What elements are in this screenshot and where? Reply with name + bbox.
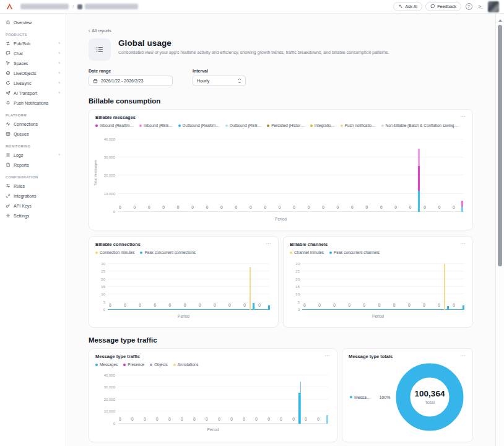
y-tick-label: 0 (89, 308, 105, 312)
sidebar-item-label: Pub/Sub (14, 42, 30, 46)
ask-ai-button[interactable]: Ask AI (393, 2, 422, 11)
y-tick-label: 20 (284, 278, 300, 281)
billable-messages-plot: 010,00020,00030,00040,000Total messages0… (118, 134, 464, 212)
user-avatar[interactable] (488, 1, 499, 12)
sidebar-item-label: Queues (14, 132, 29, 136)
bell-icon (6, 100, 11, 105)
calendar-icon (93, 79, 98, 84)
card-menu-button[interactable]: ⋯ (324, 354, 331, 357)
y-tick-label: 15 (89, 285, 105, 289)
ably-logo-icon[interactable] (5, 2, 14, 11)
legend-item[interactable]: Persisted (Histor… (267, 123, 305, 128)
sidebar-item-pubsub[interactable]: Pub/Sub › (0, 38, 66, 48)
feedback-button[interactable]: Feedback (425, 2, 461, 11)
legend-item[interactable]: Channel minutes (290, 250, 324, 255)
chevron-right-icon: › (58, 51, 60, 56)
interval-value: Hourly (197, 79, 209, 83)
legend-item[interactable]: Outbound (RES… (225, 123, 262, 128)
scrollbar-thumb[interactable] (498, 25, 502, 266)
legend-item[interactable]: Non-billable (Batch & Conflation saving… (381, 123, 458, 128)
y-tick-label: 10 (284, 292, 300, 296)
legend-item[interactable]: Peak concurrent connections (140, 250, 195, 255)
terminal-button[interactable]: >_ (476, 2, 485, 11)
card-title: Billable connections (95, 242, 141, 247)
gridline (108, 279, 269, 279)
legend-item[interactable]: Objects (150, 362, 168, 367)
sidebar-item-queues[interactable]: Queues (0, 129, 66, 139)
legend-item[interactable]: Integratio… (310, 123, 335, 128)
card-menu-button[interactable]: ⋯ (460, 354, 466, 357)
legend-item[interactable]: Inbound (Realtim… (95, 123, 134, 128)
card-menu-button[interactable]: ⋯ (460, 242, 466, 245)
redacted-app-name[interactable] (85, 4, 138, 9)
sidebar-item-ai-transport[interactable]: AI Transport › (0, 88, 66, 98)
sidebar-section-platform: PLATFORM (0, 108, 66, 119)
sidebar-item-integrations[interactable]: Integrations (0, 191, 66, 201)
billable-connections-plot: 05101520253000000000000 (108, 260, 269, 310)
x-axis-label: Period (95, 314, 272, 318)
legend-item[interactable]: Connection minutes (95, 250, 134, 255)
sidebar-item-label: Spaces (14, 61, 28, 66)
legend-item[interactable]: Presence (123, 362, 144, 367)
section-message-type-traffic: Message type traffic (89, 336, 473, 344)
zero-value-labels: 00000000000000000 (119, 417, 319, 421)
card-title: Message type totals (349, 354, 393, 359)
legend-dot (341, 125, 343, 127)
y-tick-label: 5 (89, 300, 105, 304)
y-tick-label: 30,000 (99, 385, 115, 389)
sidebar-item-rules[interactable]: Rules (0, 181, 66, 191)
chevron-right-icon: › (58, 81, 60, 85)
card-menu-button[interactable]: ⋯ (266, 242, 272, 245)
legend-item[interactable]: Inbound (RES… (139, 123, 173, 128)
sidebar-item-api-keys[interactable]: API Keys (0, 201, 66, 211)
all-reports-back-link[interactable]: ‹ All reports (89, 28, 111, 33)
sidebar-item-connections[interactable]: Connections (0, 119, 66, 129)
sidebar-item-label: Rules (14, 184, 25, 188)
sidebar-item-overview[interactable]: Overview (0, 17, 66, 27)
legend-label: Objects (154, 362, 168, 367)
sidebar-item-spaces[interactable]: Spaces › (0, 58, 66, 68)
y-tick-label: 25 (89, 269, 105, 273)
vertical-scrollbar[interactable] (495, 14, 504, 446)
queues-icon (6, 131, 11, 136)
redacted-workspace-name[interactable] (20, 4, 69, 9)
gridline (108, 263, 269, 264)
sidebar-item-chat[interactable]: Chat › (0, 48, 66, 58)
sidebar-nav: Overview PRODUCTS Pub/Sub › Chat › Space… (0, 14, 66, 446)
bar-segment (418, 149, 420, 166)
bar-segment (461, 201, 463, 207)
sidebar-item-reports[interactable]: Reports (0, 160, 66, 170)
help-button[interactable]: ? (464, 2, 473, 11)
sidebar-item-liveobjects[interactable]: LiveObjects › (0, 68, 66, 78)
chevron-right-icon: › (58, 71, 60, 76)
legend-item[interactable]: Push notificatio… (341, 123, 376, 128)
gridline (108, 302, 269, 302)
sidebar-item-logs[interactable]: Logs › (0, 150, 66, 160)
sidebar-item-livesync[interactable]: LiveSync › (0, 78, 66, 88)
legend-item[interactable]: Annotations (173, 362, 199, 367)
legend-item-messages[interactable]: Messa… (350, 395, 371, 400)
legend-label: Push notificatio… (345, 123, 376, 128)
bar-segment (418, 191, 420, 212)
card-menu-button[interactable]: ⋯ (460, 115, 466, 118)
donut-total-label: Total (425, 400, 435, 405)
chart-legend: Channel minutesPeak concurrent channels (290, 250, 466, 255)
sidebar-item-push-notifications[interactable]: Push Notifications (0, 98, 66, 108)
legend-item[interactable]: Messages (95, 362, 118, 367)
key-icon (6, 203, 11, 208)
interval-select[interactable]: Hourly (193, 76, 246, 86)
legend-dot (123, 364, 126, 366)
legend-label: Inbound (Realtim… (100, 123, 134, 128)
sidebar-item-settings[interactable]: Settings (0, 211, 66, 221)
page-header: Global usage Consolidated view of your a… (89, 38, 473, 61)
legend-item[interactable]: Peak concurrent channels (329, 250, 380, 255)
y-tick-label: 5 (284, 300, 300, 304)
legend-label: Messa… (354, 395, 371, 400)
legend-label: Outbound (RES… (230, 123, 262, 128)
scrollbar-up-arrow[interactable] (498, 19, 502, 22)
legend-dot (150, 364, 152, 366)
legend-dot (381, 125, 384, 127)
date-range-input[interactable]: 2026/1/22 - 2026/2/23 (89, 76, 173, 86)
legend-item[interactable]: Outbound (Realtim… (178, 123, 220, 128)
x-axis-line (118, 423, 328, 424)
